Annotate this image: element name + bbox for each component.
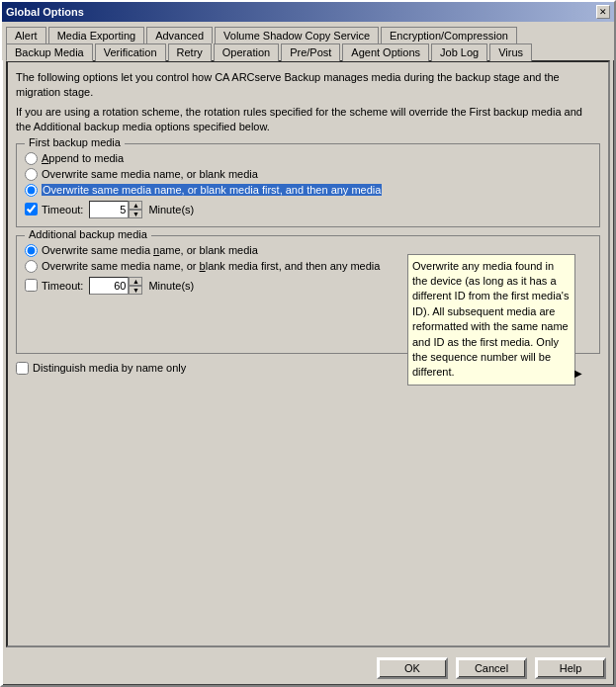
first-timeout-input-group: ▲ ▼ (89, 201, 142, 218)
tab-verification[interactable]: Verification (95, 43, 166, 61)
tooltip-text: Overwrite any media found in the device … (412, 260, 569, 379)
tab-row-1: Alert Media Exporting Advanced Volume Sh… (2, 22, 614, 43)
additional-radio-overwrite-any[interactable] (25, 260, 38, 273)
first-radio-overwrite[interactable] (25, 168, 38, 181)
tab-pre-post[interactable]: Pre/Post (281, 43, 340, 61)
tab-backup-media[interactable]: Backup Media (6, 43, 93, 61)
additional-label-overwrite: Overwrite same media name, or blank medi… (42, 244, 258, 256)
first-timeout-value[interactable] (89, 201, 129, 218)
ok-button[interactable]: OK (377, 657, 448, 679)
global-options-window: Global Options ✕ Alert Media Exporting A… (0, 0, 616, 687)
tab-job-log[interactable]: Job Log (431, 43, 487, 61)
additional-radio-overwrite[interactable] (25, 244, 38, 257)
tab-media-exporting[interactable]: Media Exporting (48, 27, 145, 43)
first-timeout-checkbox[interactable] (25, 203, 38, 215)
button-row: OK Cancel Help (2, 651, 614, 685)
first-backup-media-title: First backup media (25, 136, 125, 148)
first-timeout-label: Timeout: (42, 204, 83, 215)
first-option-append: Append to media (25, 152, 591, 165)
first-label-overwrite: Overwrite same media name, or blank medi… (42, 168, 258, 180)
first-option-overwrite: Overwrite same media name, or blank medi… (25, 168, 591, 181)
tab-retry[interactable]: Retry (168, 43, 212, 61)
window-title: Global Options (6, 6, 84, 18)
help-button[interactable]: Help (535, 657, 606, 679)
first-radio-overwrite-any[interactable] (25, 184, 38, 197)
additional-backup-media-group: Additional backup media Overwrite same m… (16, 235, 600, 354)
additional-timeout-value[interactable] (89, 277, 129, 295)
additional-backup-media-title: Additional backup media (25, 228, 151, 240)
tab-encryption[interactable]: Encryption/Compression (381, 27, 517, 43)
first-backup-options: Append to media Overwrite same media nam… (25, 152, 591, 218)
tab-volume-shadow[interactable]: Volume Shadow Copy Service (215, 27, 379, 43)
first-label-overwrite-any: Overwrite same media name, or blank medi… (42, 184, 382, 196)
first-spinner-down[interactable]: ▼ (129, 210, 142, 218)
first-option-overwrite-any: Overwrite same media name, or blank medi… (25, 184, 591, 197)
tab-advanced[interactable]: Advanced (146, 27, 213, 43)
additional-timeout-spinner: ▲ ▼ (129, 277, 142, 295)
additional-spinner-down[interactable]: ▼ (129, 286, 142, 295)
additional-backup-options: Overwrite same media name, or blank medi… (25, 244, 591, 295)
additional-minutes-label: Minute(s) (148, 280, 194, 292)
content-area: The following options let you control ho… (6, 60, 610, 647)
title-bar: Global Options ✕ (2, 2, 614, 22)
additional-spinner-up[interactable]: ▲ (129, 277, 142, 286)
distinguish-label: Distinguish media by name only (33, 362, 186, 374)
tooltip-arrow-icon: ▶ (574, 367, 582, 381)
tab-row-2: Backup Media Verification Retry Operatio… (2, 43, 614, 60)
first-timeout-spinner: ▲ ▼ (129, 201, 142, 218)
distinguish-checkbox[interactable] (16, 362, 29, 375)
description-line1: The following options let you control ho… (16, 70, 600, 101)
additional-label-overwrite-any: Overwrite same media name, or blank medi… (42, 260, 380, 272)
tab-agent-options[interactable]: Agent Options (342, 43, 429, 61)
tab-alert[interactable]: Alert (6, 27, 46, 43)
tooltip-box: Overwrite any media found in the device … (407, 254, 575, 386)
description-line2: If you are using a rotation scheme, the … (16, 105, 600, 135)
additional-timeout-checkbox[interactable] (25, 279, 38, 292)
first-minutes-label: Minute(s) (148, 204, 194, 215)
first-radio-append[interactable] (25, 152, 38, 165)
first-label-append: Append to media (42, 152, 124, 164)
description: The following options let you control ho… (16, 70, 600, 135)
tab-operation[interactable]: Operation (214, 43, 279, 61)
tab-virus[interactable]: Virus (489, 43, 532, 61)
cancel-button[interactable]: Cancel (456, 657, 527, 679)
additional-timeout-label: Timeout: (42, 280, 83, 292)
close-button[interactable]: ✕ (596, 5, 610, 19)
additional-timeout-input-group: ▲ ▼ (89, 277, 142, 295)
first-spinner-up[interactable]: ▲ (129, 201, 142, 210)
first-timeout-row: Timeout: ▲ ▼ Minute(s) (25, 201, 591, 218)
first-backup-media-group: First backup media Append to media Overw… (16, 143, 600, 227)
